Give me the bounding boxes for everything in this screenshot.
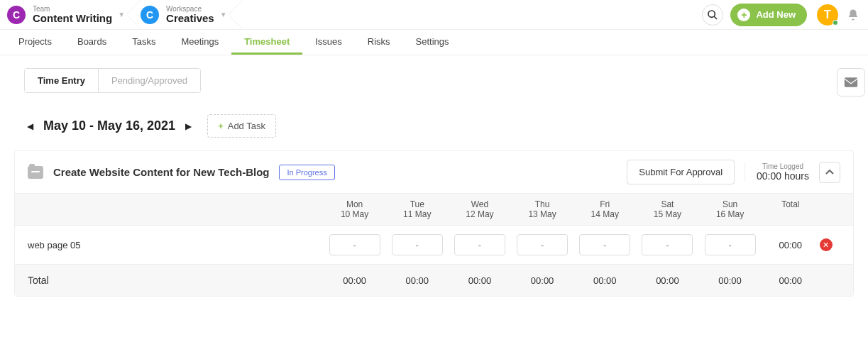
tab-meetings[interactable]: Meetings <box>168 30 231 55</box>
prev-week-button[interactable]: ◀ <box>24 118 36 134</box>
panel-header: Create Website Content for New Tech-Blog… <box>15 151 853 193</box>
add-new-button[interactable]: + Add New <box>730 4 807 26</box>
time-logged-label: Time Logged <box>757 162 809 170</box>
row-task-name: web page 05 <box>28 240 324 250</box>
time-input[interactable] <box>579 234 630 255</box>
day-total: 00:00 <box>698 275 761 286</box>
task-title: Create Website Content for New Tech-Blog <box>53 166 269 178</box>
search-button[interactable] <box>702 4 723 26</box>
tab-boards[interactable]: Boards <box>65 30 119 55</box>
add-task-button[interactable]: + Add Task <box>207 114 276 138</box>
status-dot <box>833 20 838 26</box>
total-row: Total 00:00 00:00 00:00 00:00 00:00 00:0… <box>15 265 853 296</box>
close-icon: ✕ <box>823 241 829 250</box>
time-input[interactable] <box>517 234 568 255</box>
tab-risks[interactable]: Risks <box>355 30 403 55</box>
status-badge: In Progress <box>279 165 334 180</box>
content-area: Time Entry Pending/Approved ◀ May 10 - M… <box>0 55 868 309</box>
mail-icon <box>844 77 858 88</box>
grand-total: 00:00 <box>762 275 820 286</box>
next-week-button[interactable]: ▶ <box>182 118 194 134</box>
team-crumb[interactable]: C Team Content Writing ▼ <box>0 0 133 29</box>
tab-issues[interactable]: Issues <box>302 30 355 55</box>
user-initial: T <box>824 9 831 21</box>
plus-icon: + <box>218 121 224 131</box>
table-row: web page 05 00:00 ✕ <box>15 226 853 265</box>
day-header: Sun16 May <box>698 199 761 219</box>
subtab-time-entry[interactable]: Time Entry <box>25 69 98 92</box>
add-new-label: Add New <box>756 9 796 20</box>
team-avatar: C <box>7 6 26 24</box>
search-icon <box>707 9 718 21</box>
user-avatar[interactable]: T <box>817 4 838 26</box>
time-input[interactable] <box>454 234 505 255</box>
day-total: 00:00 <box>386 275 449 286</box>
chevron-down-icon[interactable]: ▼ <box>118 11 125 18</box>
timesheet-panel: Create Website Content for New Tech-Blog… <box>14 150 854 297</box>
tab-settings[interactable]: Settings <box>403 30 462 55</box>
time-logged-value: 00:00 hours <box>757 170 809 182</box>
collapse-button[interactable] <box>819 162 840 183</box>
day-total: 00:00 <box>636 275 698 286</box>
svg-rect-2 <box>845 77 857 87</box>
grid-header: Mon10 May Tue11 May Wed12 May Thu13 May … <box>15 193 853 226</box>
plus-icon: + <box>737 9 750 21</box>
tab-projects[interactable]: Projects <box>6 30 65 55</box>
date-range: May 10 - May 16, 2021 <box>43 118 175 133</box>
day-header: Mon10 May <box>324 199 386 219</box>
tab-tasks[interactable]: Tasks <box>119 30 168 55</box>
notifications-button[interactable] <box>847 9 859 21</box>
day-header: Sat15 May <box>636 199 698 219</box>
day-header: Tue11 May <box>386 199 449 219</box>
day-total: 00:00 <box>449 275 511 286</box>
day-total: 00:00 <box>573 275 636 286</box>
workspace-name: Creatives <box>166 13 214 25</box>
workspace-avatar: C <box>141 6 159 24</box>
day-header: Wed12 May <box>449 199 511 219</box>
total-label: Total <box>28 275 324 286</box>
subtab-pending[interactable]: Pending/Approved <box>98 69 200 92</box>
app-header: C Team Content Writing ▼ C Workspace Cre… <box>0 0 868 30</box>
svg-point-0 <box>708 11 715 17</box>
svg-line-1 <box>714 16 717 19</box>
day-header: Thu13 May <box>511 199 573 219</box>
row-total: 00:00 <box>762 240 820 250</box>
chevron-down-icon[interactable]: ▼ <box>220 11 227 18</box>
day-header: Fri14 May <box>573 199 636 219</box>
time-input[interactable] <box>329 234 380 255</box>
time-logged: Time Logged 00:00 hours <box>745 162 809 182</box>
team-name: Content Writing <box>33 13 112 25</box>
time-input[interactable] <box>642 234 693 255</box>
bell-icon <box>847 9 859 21</box>
date-row: ◀ May 10 - May 16, 2021 ▶ + Add Task <box>24 114 855 138</box>
delete-row-button[interactable]: ✕ <box>820 238 833 251</box>
workspace-crumb[interactable]: C Workspace Creatives ▼ <box>133 0 235 29</box>
time-input[interactable] <box>705 234 756 255</box>
main-tabs: Projects Boards Tasks Meetings Timesheet… <box>0 30 868 55</box>
chevron-up-icon <box>825 170 834 175</box>
day-total: 00:00 <box>511 275 573 286</box>
add-task-label: Add Task <box>228 121 265 131</box>
subtabs: Time Entry Pending/Approved <box>24 68 201 93</box>
mail-button[interactable] <box>837 68 865 96</box>
total-header: Total <box>762 199 820 219</box>
day-total: 00:00 <box>324 275 386 286</box>
submit-for-approval-button[interactable]: Submit For Approval <box>627 160 735 184</box>
tab-timesheet[interactable]: Timesheet <box>231 30 302 55</box>
date-nav: ◀ May 10 - May 16, 2021 ▶ <box>24 118 194 134</box>
folder-icon <box>28 166 43 179</box>
time-input[interactable] <box>392 234 443 255</box>
